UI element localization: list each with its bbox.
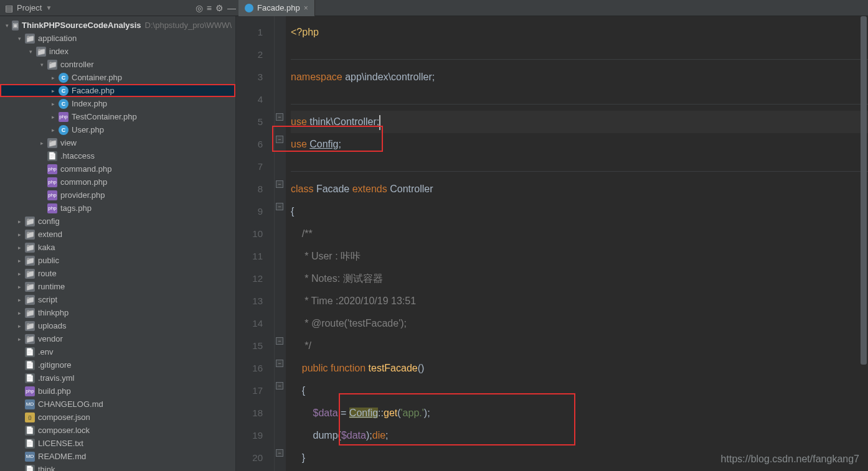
tree-node[interactable]: application bbox=[0, 32, 235, 45]
expand-arrow-icon[interactable] bbox=[50, 114, 56, 120]
tree-node[interactable]: script bbox=[0, 293, 235, 306]
node-label: .env bbox=[38, 347, 54, 357]
expand-arrow-icon[interactable] bbox=[16, 231, 22, 238]
line-number: 8 bbox=[236, 178, 263, 200]
target-icon[interactable]: ◎ bbox=[196, 3, 203, 13]
tree-node[interactable]: extend bbox=[0, 228, 235, 241]
gear-icon[interactable]: ⚙ bbox=[215, 3, 224, 13]
file-icon bbox=[25, 439, 35, 449]
node-label: extend bbox=[38, 230, 62, 239]
toolbar: ▤ Project ▼ ◎ ≡ ⚙ — Facade.php × bbox=[0, 0, 868, 16]
tree-node[interactable]: .htaccess bbox=[0, 149, 235, 162]
tree-node[interactable]: Index.php bbox=[0, 97, 235, 110]
collapse-icon[interactable]: — bbox=[227, 3, 236, 13]
project-tree[interactable]: ThinkPHPSourceCodeAnalysisD:\phpstudy_pr… bbox=[0, 16, 236, 471]
expand-arrow-icon[interactable] bbox=[16, 218, 22, 225]
node-label: CHANGELOG.md bbox=[38, 399, 103, 409]
line-number: 4 bbox=[236, 88, 263, 111]
code-token: * Time :2020/10/19 13:51 bbox=[302, 296, 416, 306]
expand-arrow-icon[interactable] bbox=[50, 88, 56, 94]
expand-arrow-icon[interactable] bbox=[16, 35, 22, 42]
fold-marker-icon[interactable]: − bbox=[276, 449, 283, 457]
node-path: D:\phpstudy_pro\WWW\ bbox=[145, 21, 232, 30]
node-label: thinkphp bbox=[38, 308, 68, 317]
expand-arrow-icon[interactable] bbox=[16, 336, 22, 342]
expand-arrow-icon[interactable] bbox=[16, 310, 22, 316]
split-icon[interactable]: ≡ bbox=[207, 3, 212, 13]
tree-node[interactable]: common.php bbox=[0, 175, 235, 189]
expand-arrow-icon[interactable] bbox=[16, 297, 22, 303]
fold-marker-icon[interactable]: − bbox=[276, 337, 283, 345]
expand-arrow-icon[interactable] bbox=[39, 62, 45, 68]
folder-icon bbox=[25, 308, 35, 318]
project-label[interactable]: Project bbox=[17, 3, 42, 12]
node-label: tags.php bbox=[60, 203, 92, 213]
fold-marker-icon[interactable]: − bbox=[276, 382, 283, 389]
node-label: route bbox=[38, 269, 57, 278]
php-icon bbox=[59, 99, 68, 109]
close-icon[interactable]: × bbox=[304, 4, 308, 12]
tree-node[interactable]: .env bbox=[0, 345, 235, 358]
tree-node[interactable]: User.php bbox=[0, 123, 235, 136]
fold-marker-icon[interactable]: − bbox=[276, 360, 283, 367]
code-token: { bbox=[291, 206, 294, 217]
fold-column: − − − − − − − − bbox=[275, 16, 286, 471]
code-token: * User : 咔咔 bbox=[302, 251, 361, 261]
code-token: app\index\controller; bbox=[342, 72, 435, 82]
tree-node[interactable]: think bbox=[0, 463, 235, 471]
expand-arrow-icon[interactable] bbox=[50, 101, 56, 107]
tree-node[interactable]: vendor bbox=[0, 332, 235, 345]
tree-node[interactable]: Facade.php bbox=[0, 84, 235, 97]
editor-scrollbar[interactable] bbox=[861, 16, 867, 471]
expand-arrow-icon[interactable] bbox=[16, 271, 22, 277]
tree-node[interactable]: thinkphp bbox=[0, 306, 235, 319]
tree-node[interactable]: ThinkPHPSourceCodeAnalysisD:\phpstudy_pr… bbox=[0, 19, 235, 32]
tree-node[interactable]: README.md bbox=[0, 450, 235, 463]
scroll-thumb[interactable] bbox=[861, 16, 867, 365]
tree-node[interactable]: command.php bbox=[0, 162, 235, 175]
tree-node[interactable]: Container.php bbox=[0, 71, 235, 84]
expand-arrow-icon[interactable] bbox=[39, 140, 45, 146]
tree-node[interactable]: composer.lock bbox=[0, 424, 235, 437]
code-area[interactable]: <?php namespace app\index\controller; us… bbox=[286, 16, 868, 471]
tree-node[interactable]: build.php bbox=[0, 385, 235, 398]
tree-node[interactable]: CHANGELOG.md bbox=[0, 398, 235, 411]
tree-node[interactable]: public bbox=[0, 254, 235, 267]
node-label: ThinkPHPSourceCodeAnalysis bbox=[22, 21, 141, 30]
tree-node[interactable]: provider.php bbox=[0, 189, 235, 202]
tree-node[interactable]: .travis.yml bbox=[0, 371, 235, 385]
tree-node[interactable]: config bbox=[0, 215, 235, 228]
tree-node[interactable]: TestContainer.php bbox=[0, 110, 235, 123]
code-token: Facade bbox=[313, 184, 352, 194]
tree-node[interactable]: .gitignore bbox=[0, 358, 235, 371]
tree-node[interactable]: composer.json bbox=[0, 411, 235, 424]
expand-arrow-icon[interactable] bbox=[27, 49, 34, 55]
code-token: * Notes: 测试容器 bbox=[302, 273, 383, 284]
tab-facade[interactable]: Facade.php × bbox=[238, 0, 315, 16]
fold-marker-icon[interactable]: − bbox=[276, 113, 283, 121]
tree-node[interactable]: kaka bbox=[0, 241, 235, 254]
dropdown-chevron-icon[interactable]: ▼ bbox=[45, 4, 52, 11]
folder-icon bbox=[25, 256, 35, 266]
expand-arrow-icon[interactable] bbox=[16, 284, 22, 290]
tree-node[interactable]: controller bbox=[0, 58, 235, 71]
expand-arrow-icon[interactable] bbox=[16, 323, 22, 329]
line-number: 2 bbox=[236, 44, 263, 66]
expand-arrow-icon[interactable] bbox=[16, 245, 22, 251]
tree-node[interactable]: runtime bbox=[0, 280, 235, 293]
tree-node[interactable]: tags.php bbox=[0, 202, 235, 215]
tree-node[interactable]: route bbox=[0, 267, 235, 280]
expand-arrow-icon[interactable] bbox=[50, 127, 56, 133]
php-icon bbox=[59, 125, 68, 135]
fold-marker-icon[interactable]: − bbox=[276, 203, 283, 210]
tree-node[interactable]: LICENSE.txt bbox=[0, 437, 235, 450]
tree-node[interactable]: view bbox=[0, 136, 235, 149]
expand-arrow-icon[interactable] bbox=[50, 75, 56, 81]
tree-node[interactable]: index bbox=[0, 45, 235, 58]
expand-arrow-icon[interactable] bbox=[5, 22, 9, 29]
fold-marker-icon[interactable]: − bbox=[276, 180, 283, 188]
expand-arrow-icon[interactable] bbox=[16, 258, 22, 264]
code-editor[interactable]: 1234567891011121314151617181920 − − − − … bbox=[236, 16, 868, 471]
tree-node[interactable]: uploads bbox=[0, 319, 235, 332]
node-label: Container.php bbox=[72, 73, 122, 82]
